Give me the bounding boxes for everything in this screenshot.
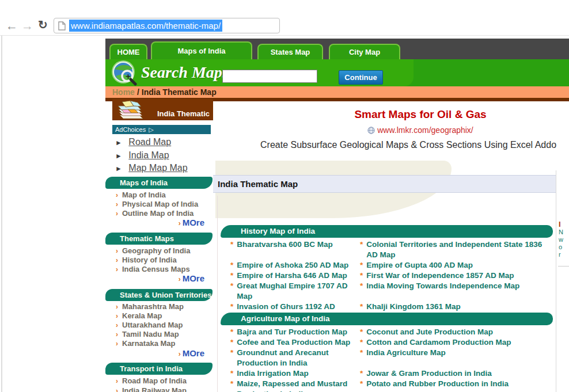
tab-maps-of-india[interactable]: Maps of India xyxy=(151,41,252,59)
asterisk-bullet-icon: * xyxy=(230,348,233,358)
right-rail-rule xyxy=(558,266,569,267)
search-maps-label: Search Maps xyxy=(141,63,229,82)
chevron-bullet-icon: › xyxy=(116,256,118,264)
asterisk-bullet-icon: * xyxy=(360,260,363,271)
sidebar-section-thematic-maps[interactable]: Thematic Maps xyxy=(105,233,213,245)
map-link[interactable]: *Empire of Ashoka 250 AD Map xyxy=(230,260,360,271)
arrow-right-icon: ► xyxy=(115,165,122,173)
breadcrumb-current: India Thematic Map xyxy=(142,87,217,97)
map-link[interactable]: *India Moving Towards Independence Map xyxy=(360,281,553,302)
main-nav: HOME Maps of India States Map City Map xyxy=(105,39,569,59)
browser-window: ← → ↻ www.indiamapatlas.com/thematic-map… xyxy=(0,0,569,392)
svg-text:+: + xyxy=(125,72,131,81)
sidebar-item-geography-of-india[interactable]: ›Geography of India xyxy=(116,246,190,255)
chevron-bullet-icon: › xyxy=(116,210,118,218)
forward-icon[interactable]: → xyxy=(21,20,33,32)
map-link[interactable]: *Invasion of Ghurs 1192 AD xyxy=(230,302,360,312)
map-link[interactable]: *Khalji Kingdom 1361 Map xyxy=(360,302,553,312)
map-link[interactable]: *Potato and Rubber Production in India xyxy=(360,379,553,392)
ad-description: Create Subsurface Geological Maps & Cros… xyxy=(260,140,556,150)
globe-icon xyxy=(367,127,375,136)
sidebar-item-kerala-map[interactable]: ›Kerala Map xyxy=(116,311,162,320)
ad-headline[interactable]: Smart Maps for Oil & Gas xyxy=(248,108,569,121)
map-link[interactable]: *Bharatvarsha 600 BC Map xyxy=(230,239,360,260)
sidebar-item-uttarakhand-map[interactable]: ›Uttarakhand Map xyxy=(116,321,183,329)
refresh-icon[interactable]: ↻ xyxy=(38,19,48,31)
url-bar[interactable]: www.indiamapatlas.com/thematic-map/ xyxy=(54,18,280,33)
sidebar-item-karnataka-map[interactable]: ›Karnataka Map xyxy=(116,339,175,348)
agriculture-link-grid: *Bajra and Tur Production Map *Coconut a… xyxy=(230,327,553,392)
page-icon xyxy=(58,21,66,31)
map-link[interactable]: *Great Mughal Empire 1707 AD Map xyxy=(230,281,360,302)
content-left-border xyxy=(217,196,218,392)
more-link-states[interactable]: ›MOre xyxy=(105,348,204,358)
ad-link-map-map-map[interactable]: ► Map Map Map xyxy=(115,163,188,173)
chevron-bullet-icon: › xyxy=(116,303,118,311)
ad-url-line[interactable]: www.lmkr.com/geographix/ xyxy=(248,125,569,136)
section-header-agriculture: Agriculture Map of India xyxy=(221,313,553,325)
browser-toolbar: ← → ↻ www.indiamapatlas.com/thematic-map… xyxy=(0,0,569,36)
sidebar-item-map-of-india[interactable]: ›Map of India xyxy=(116,191,166,199)
viewport-edge xyxy=(1,36,2,392)
sidebar-item-outline-map[interactable]: ›Outline Map of India xyxy=(116,209,194,218)
more-link-thematic-maps[interactable]: ›MOre xyxy=(105,273,204,283)
chevron-bullet-icon: › xyxy=(116,387,118,392)
map-link[interactable]: *India Agriculture Map xyxy=(360,348,553,368)
sidebar-item-india-census-maps[interactable]: ›India Census Maps xyxy=(116,265,190,273)
sidebar-item-maharashtra-map[interactable]: ›Maharashtra Map xyxy=(116,302,184,311)
url-text[interactable]: www.indiamapatlas.com/thematic-map/ xyxy=(69,20,222,32)
map-link[interactable]: *Colonial Territories and Independent St… xyxy=(360,239,553,260)
more-link-maps-of-india[interactable]: ›MOre xyxy=(105,218,204,227)
map-link[interactable]: *Coconut and Jute Production Map xyxy=(360,327,553,337)
thematic-map-icon xyxy=(116,100,145,121)
asterisk-bullet-icon: * xyxy=(230,337,233,348)
tab-home[interactable]: HOME xyxy=(109,44,147,59)
asterisk-bullet-icon: * xyxy=(360,281,363,291)
chevron-bullet-icon: › xyxy=(116,200,118,208)
ad-link-road-map[interactable]: ► Road Map xyxy=(115,137,171,147)
arrow-right-icon: ► xyxy=(115,139,122,147)
sidebar-item-physical-map[interactable]: ›Physical Map of India xyxy=(116,200,198,208)
asterisk-bullet-icon: * xyxy=(230,260,233,271)
sidebar-section-states-union[interactable]: States & Union Territories xyxy=(105,289,213,301)
sidebar-section-maps-of-india[interactable]: Maps of India xyxy=(105,177,213,189)
search-bar: + Search Maps Continue xyxy=(105,59,569,86)
map-link[interactable]: *Empire of Harsha 646 AD Map xyxy=(230,271,360,281)
map-link[interactable]: *Jowar & Gram Production in India xyxy=(360,368,553,379)
asterisk-bullet-icon: * xyxy=(360,368,363,379)
map-link[interactable]: *Cotton and Cardamom Production Map xyxy=(360,337,553,348)
sidebar-item-india-railway-map[interactable]: ›India Railway Map xyxy=(116,386,187,392)
chevron-bullet-icon: › xyxy=(116,191,118,199)
asterisk-bullet-icon: * xyxy=(360,379,363,389)
sidebar-brand[interactable]: India Thematic xyxy=(112,99,213,120)
sidebar-item-history-of-india[interactable]: ›History of India xyxy=(116,256,177,264)
map-link[interactable]: *Empire of Gupta 400 AD Map xyxy=(360,260,553,271)
continue-button[interactable]: Continue xyxy=(339,70,383,85)
chevron-bullet-icon: › xyxy=(116,377,118,385)
map-link[interactable]: *Cofee and Tea Production Map xyxy=(230,337,360,348)
map-link[interactable]: *Groundnut and Arecanut Production in In… xyxy=(230,348,360,368)
sidebar-section-transport[interactable]: Transport in India xyxy=(105,363,213,375)
adchoices-bar[interactable]: AdChoices ▷ xyxy=(112,125,211,134)
ad-link-india-map[interactable]: ► India Map xyxy=(115,150,169,161)
sidebar-item-road-map-of-india[interactable]: ›Road Map of India xyxy=(116,376,187,385)
search-input[interactable] xyxy=(222,70,317,83)
chevron-bullet-icon: › xyxy=(179,275,181,283)
asterisk-bullet-icon: * xyxy=(230,271,233,281)
sidebar-item-tamil-nadu-map[interactable]: ›Tamil Nadu Map xyxy=(116,330,179,338)
breadcrumb-home-link[interactable]: Home xyxy=(112,87,135,97)
asterisk-bullet-icon: * xyxy=(230,239,233,250)
asterisk-bullet-icon: * xyxy=(360,302,363,312)
map-link[interactable]: *Maize, Rapessed and Mustard Production … xyxy=(230,379,360,392)
asterisk-bullet-icon: * xyxy=(230,327,233,337)
asterisk-bullet-icon: * xyxy=(230,368,233,379)
map-link[interactable]: *Bajra and Tur Production Map xyxy=(230,327,360,337)
chevron-bullet-icon: › xyxy=(116,330,118,338)
chevron-bullet-icon: › xyxy=(116,312,118,320)
map-link[interactable]: *India Irrigation Map xyxy=(230,368,360,379)
tab-states-map[interactable]: States Map xyxy=(257,44,323,59)
map-link[interactable]: *First War of Independence 1857 AD Map xyxy=(360,271,553,281)
back-icon[interactable]: ← xyxy=(6,20,18,32)
tab-city-map[interactable]: City Map xyxy=(329,44,400,59)
right-rail-clipped-text: I N w o r xyxy=(559,220,569,266)
